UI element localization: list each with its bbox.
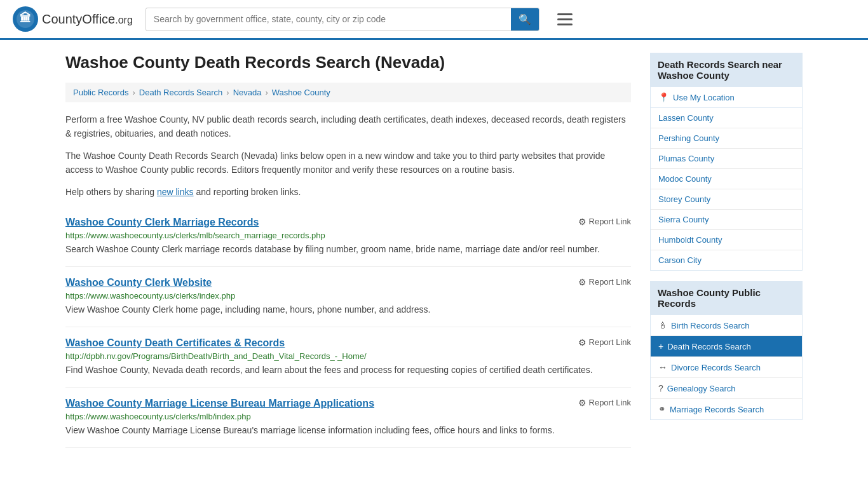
report-link-button[interactable]: ⚙ Report Link xyxy=(578,277,631,287)
result-item: Washoe County Clerk Marriage Records ⚙ R… xyxy=(65,207,631,267)
public-records-list: 🕯 Birth Records Search + Death Records S… xyxy=(650,315,803,420)
report-link-label: Report Link xyxy=(589,277,631,287)
result-url[interactable]: https://www.washoecounty.us/clerks/index… xyxy=(65,291,631,301)
menu-bar-1 xyxy=(557,13,573,15)
sidebar-nearby-item[interactable]: Plumas County xyxy=(651,149,802,169)
sidebar-nearby-item[interactable]: Humboldt County xyxy=(651,230,802,250)
breadcrumb-sep-3: › xyxy=(265,88,268,97)
report-icon: ⚙ xyxy=(578,277,587,287)
report-link-button[interactable]: ⚙ Report Link xyxy=(578,398,631,408)
sidebar-item-icon: + xyxy=(658,341,663,351)
result-title[interactable]: Washoe County Marriage License Bureau Ma… xyxy=(65,398,374,409)
new-links-link[interactable]: new links xyxy=(157,187,194,197)
result-item: Washoe County Clerk Website ⚙ Report Lin… xyxy=(65,267,631,327)
main-container: Washoe County Death Records Search (Neva… xyxy=(53,40,815,461)
svg-text:🏛: 🏛 xyxy=(20,11,31,25)
breadcrumb-public-records[interactable]: Public Records xyxy=(73,88,128,97)
breadcrumb: Public Records › Death Records Search › … xyxy=(65,83,631,102)
breadcrumb-nevada[interactable]: Nevada xyxy=(233,88,262,97)
logo-suffix: .org xyxy=(115,15,133,25)
results-list: Washoe County Clerk Marriage Records ⚙ R… xyxy=(65,207,631,448)
breadcrumb-sep-1: › xyxy=(132,88,135,97)
report-link-label: Report Link xyxy=(589,337,631,347)
sidebar-public-records-item[interactable]: + Death Records Search xyxy=(651,336,802,357)
sidebar-nearby-list: 📍 Use My Location xyxy=(650,87,803,108)
intro3-before: Help others by sharing xyxy=(65,187,157,197)
sidebar-use-location[interactable]: 📍 Use My Location xyxy=(651,87,802,107)
page-title: Washoe County Death Records Search (Neva… xyxy=(65,53,631,72)
sidebar-item-label: Marriage Records Search xyxy=(670,405,764,414)
search-bar: 🔍 xyxy=(146,8,539,31)
result-title[interactable]: Washoe County Death Certificates & Recor… xyxy=(65,337,285,349)
result-header: Washoe County Clerk Website ⚙ Report Lin… xyxy=(65,277,631,288)
logo-icon: 🏛 xyxy=(13,6,38,32)
sidebar-nearby-item[interactable]: Carson City xyxy=(651,250,802,270)
intro3-after: and reporting broken links. xyxy=(194,187,301,197)
sidebar-item-icon: ? xyxy=(658,383,663,393)
report-icon: ⚙ xyxy=(578,217,587,227)
search-input[interactable] xyxy=(146,9,511,29)
report-link-label: Report Link xyxy=(589,217,631,226)
breadcrumb-sep-2: › xyxy=(226,88,229,97)
sidebar-public-records-item[interactable]: ? Genealogy Search xyxy=(651,378,802,399)
result-desc: Find Washoe County, Nevada death records… xyxy=(65,363,631,377)
result-title[interactable]: Washoe County Clerk Marriage Records xyxy=(65,217,259,228)
breadcrumb-death-records[interactable]: Death Records Search xyxy=(139,88,223,97)
result-desc: Search Washoe County Clerk marriage reco… xyxy=(65,243,631,256)
use-my-location-label: Use My Location xyxy=(673,93,735,102)
report-link-label: Report Link xyxy=(589,398,631,407)
sidebar-nearby-header: Death Records Search near Washoe County xyxy=(650,53,803,87)
sidebar-public-records-item[interactable]: ⚭ Marriage Records Search xyxy=(651,399,802,419)
report-link-button[interactable]: ⚙ Report Link xyxy=(578,217,631,227)
result-header: Washoe County Clerk Marriage Records ⚙ R… xyxy=(65,217,631,228)
result-url[interactable]: http://dpbh.nv.gov/Programs/BirthDeath/B… xyxy=(65,351,631,361)
sidebar-nearby-item[interactable]: Lassen County xyxy=(651,108,802,128)
logo-main: CountyOffice xyxy=(42,12,115,26)
report-link-button[interactable]: ⚙ Report Link xyxy=(578,337,631,348)
result-header: Washoe County Marriage License Bureau Ma… xyxy=(65,398,631,409)
sidebar-nearby-section: Death Records Search near Washoe County … xyxy=(650,53,803,271)
sidebar-nearby-item[interactable]: Pershing County xyxy=(651,128,802,149)
menu-bar-3 xyxy=(557,24,573,25)
menu-button[interactable] xyxy=(552,11,578,28)
breadcrumb-washoe[interactable]: Washoe County xyxy=(272,88,330,97)
result-desc: View Washoe County Marriage License Bure… xyxy=(65,424,631,437)
logo-text: CountyOffice.org xyxy=(42,12,133,27)
result-desc: View Washoe County Clerk home page, incl… xyxy=(65,303,631,316)
report-icon: ⚙ xyxy=(578,337,587,348)
intro-text-2: The Washoe County Death Records Search (… xyxy=(65,149,631,177)
sidebar-nearby-item[interactable]: Modoc County xyxy=(651,169,802,189)
site-header: 🏛 CountyOffice.org 🔍 xyxy=(0,0,868,40)
sidebar-item-label: Birth Records Search xyxy=(671,321,750,330)
result-header: Washoe County Death Certificates & Recor… xyxy=(65,337,631,349)
sidebar-public-records-item[interactable]: 🕯 Birth Records Search xyxy=(651,315,802,336)
nearby-links-list: Lassen CountyPershing CountyPlumas Count… xyxy=(650,108,803,271)
sidebar-public-records-section: Washoe County Public Records 🕯 Birth Rec… xyxy=(650,281,803,420)
result-item: Washoe County Death Certificates & Recor… xyxy=(65,327,631,388)
sidebar-item-label: Divorce Records Search xyxy=(671,363,761,372)
intro-text-3: Help others by sharing new links and rep… xyxy=(65,185,631,199)
sidebar-item-label: Genealogy Search xyxy=(667,384,736,393)
result-item: Washoe County Marriage License Bureau Ma… xyxy=(65,388,631,448)
sidebar-item-icon: ↔ xyxy=(658,362,667,372)
sidebar-item-icon: 🕯 xyxy=(658,320,667,330)
content-area: Washoe County Death Records Search (Neva… xyxy=(65,53,631,448)
search-button[interactable]: 🔍 xyxy=(511,8,539,30)
result-title[interactable]: Washoe County Clerk Website xyxy=(65,277,212,288)
sidebar-public-records-item[interactable]: ↔ Divorce Records Search xyxy=(651,357,802,378)
site-logo[interactable]: 🏛 CountyOffice.org xyxy=(13,6,133,32)
result-url[interactable]: https://www.washoecounty.us/clerks/mlb/i… xyxy=(65,412,631,421)
sidebar: Death Records Search near Washoe County … xyxy=(650,53,803,448)
sidebar-public-records-header: Washoe County Public Records xyxy=(650,281,803,315)
result-url[interactable]: https://www.washoecounty.us/clerks/mlb/s… xyxy=(65,231,631,240)
sidebar-nearby-item[interactable]: Sierra County xyxy=(651,210,802,230)
intro-text-1: Perform a free Washoe County, NV public … xyxy=(65,112,631,141)
menu-bar-2 xyxy=(557,18,573,20)
report-icon: ⚙ xyxy=(578,398,587,408)
sidebar-item-icon: ⚭ xyxy=(658,404,666,414)
location-icon: 📍 xyxy=(658,92,669,102)
sidebar-nearby-item[interactable]: Storey County xyxy=(651,189,802,210)
sidebar-item-label: Death Records Search xyxy=(667,342,751,351)
